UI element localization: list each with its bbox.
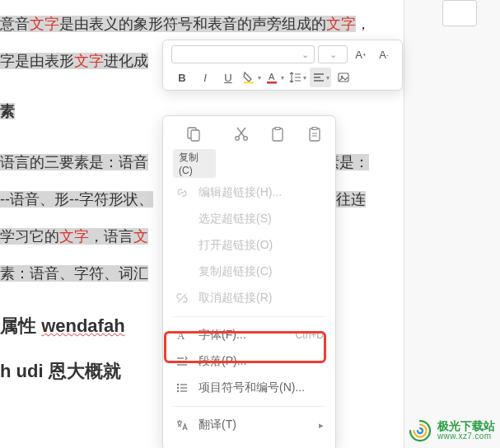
watermark-title: 极光下载站: [437, 420, 495, 432]
font-decrease-button[interactable]: A-: [374, 44, 394, 64]
svg-point-29: [177, 387, 179, 389]
menu-cancel-hyperlink: 取消超链接(R): [163, 285, 335, 311]
watermark-logo-icon: [408, 418, 432, 443]
thumbnail-box[interactable]: [442, 0, 477, 26]
font-family-select[interactable]: ⌄: [171, 45, 315, 63]
doc-text: 学习它的: [0, 228, 59, 245]
font-increase-button[interactable]: A+: [351, 44, 371, 64]
svg-line-15: [238, 128, 245, 137]
svg-text:A: A: [269, 72, 275, 82]
align-button[interactable]: ▾: [310, 68, 331, 87]
italic-button[interactable]: I: [194, 68, 216, 87]
doc-text: --语音、形--字符形状、: [0, 191, 153, 208]
doc-text: 是由表义的象形符号和表音的声旁组成的: [59, 16, 326, 32]
list-icon: [175, 380, 189, 395]
svg-rect-12: [191, 130, 199, 141]
shortcut-text: Ctrl+D: [296, 329, 324, 341]
watermark-url: www.xz7.com: [437, 432, 495, 441]
watermark: 极光下载站 www.xz7.com: [408, 418, 495, 443]
translate-icon: [175, 418, 189, 432]
doc-text: ，: [356, 16, 371, 32]
svg-point-30: [177, 390, 179, 392]
doc-text: 字是由表形: [0, 53, 74, 69]
menu-paragraph[interactable]: 段落(P)...: [163, 348, 335, 375]
menu-select-hyperlink: 选定超链接(S): [163, 206, 335, 232]
doc-text: 素：语音、字符、词汇: [0, 265, 148, 282]
doc-text: 进化成: [104, 53, 148, 69]
paste-button[interactable]: [267, 126, 288, 149]
svg-rect-17: [273, 128, 283, 141]
doc-text-red: 文字: [74, 53, 104, 69]
side-panel: [404, 0, 500, 448]
font-color-button[interactable]: A▾: [264, 68, 285, 87]
doc-bold-text: h udi 恩大概就: [0, 361, 121, 381]
menu-bullets-numbering[interactable]: 项目符号和编号(N)...: [163, 375, 335, 401]
menu-copy-hyperlink: 复制超链接(C): [163, 259, 335, 285]
doc-text: 意音: [0, 16, 30, 32]
doc-text-red: 文字: [326, 16, 356, 32]
svg-line-23: [178, 294, 186, 302]
menu-open-hyperlink: 打开超链接(O): [163, 232, 335, 259]
doc-bold-text: 属性: [0, 315, 41, 336]
link-icon: [175, 185, 189, 200]
svg-point-13: [236, 137, 240, 141]
svg-line-16: [237, 128, 245, 137]
svg-rect-18: [275, 128, 280, 130]
paste-special-button[interactable]: [304, 126, 325, 149]
doc-text-red: 文: [133, 228, 148, 245]
svg-point-14: [244, 137, 248, 141]
doc-text-red: 文字: [59, 228, 89, 245]
line-spacing-button[interactable]: ▾: [287, 68, 308, 87]
mini-format-toolbar: ⌄ ⌄ A+ A- B I U ▾ A▾ ▾ ▾: [162, 40, 403, 91]
menu-translate[interactable]: 翻译(T) ▸: [163, 412, 335, 438]
font-size-select[interactable]: ⌄: [318, 45, 348, 63]
doc-text-red: 文字: [30, 16, 59, 32]
chevron-right-icon: ▸: [319, 420, 324, 431]
svg-point-28: [177, 384, 179, 385]
svg-rect-2: [267, 82, 277, 84]
underline-button[interactable]: U: [217, 68, 239, 87]
cut-button[interactable]: [231, 126, 252, 149]
copy-button[interactable]: [183, 126, 206, 149]
paragraph-icon: [175, 354, 189, 369]
font-icon: A: [175, 328, 189, 343]
svg-text:A: A: [177, 329, 185, 342]
context-menu: 复制(C) 编辑超链接(H)... 选定超链接(S) 打开超链接(O) 复制超链…: [162, 115, 336, 448]
doc-heading: 素: [0, 103, 15, 119]
insert-button[interactable]: [333, 68, 354, 87]
highlight-color-button[interactable]: ▾: [241, 68, 262, 87]
svg-rect-20: [312, 128, 317, 130]
doc-text: 语言的三要素是：语音: [0, 154, 148, 170]
doc-text: ，语言: [89, 228, 133, 245]
menu-edit-hyperlink: 编辑超链接(H)...: [163, 180, 335, 206]
doc-bold-text: wendafah: [41, 315, 124, 336]
svg-rect-19: [310, 128, 320, 141]
svg-rect-0: [244, 82, 254, 84]
bold-button[interactable]: B: [171, 68, 193, 87]
copy-label: 复制(C): [173, 149, 216, 178]
unlink-icon: [175, 291, 189, 306]
menu-font[interactable]: A 字体(F)... Ctrl+D: [163, 322, 335, 348]
